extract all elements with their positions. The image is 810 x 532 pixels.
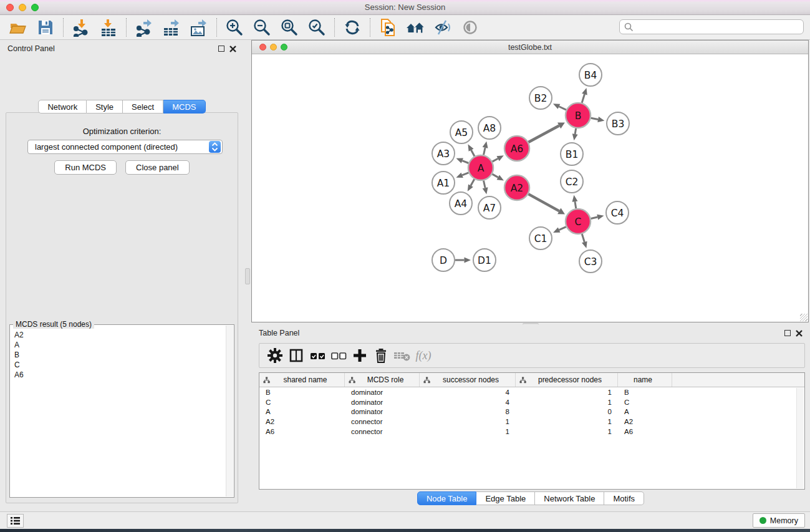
table-row[interactable]: A2connector11A2 — [259, 417, 804, 427]
table-row[interactable]: Bdominator41B — [259, 387, 804, 397]
memory-label: Memory — [770, 516, 798, 525]
mcds-result-item[interactable]: A2 — [14, 330, 225, 340]
graph-edge[interactable] — [471, 179, 475, 185]
open-session-button[interactable] — [7, 17, 29, 37]
close-panel-button[interactable]: Close panel — [125, 160, 190, 175]
show-floating-panels-button[interactable] — [460, 17, 481, 37]
show-task-history-button[interactable] — [7, 514, 24, 528]
graph-edge[interactable] — [582, 234, 584, 242]
trash-icon — [373, 347, 389, 364]
column-header-successor-nodes[interactable]: successor nodes — [420, 373, 516, 387]
run-mcds-button[interactable]: Run MCDS — [54, 160, 117, 175]
graph-edge[interactable] — [462, 173, 468, 175]
network-snapshot-button[interactable] — [377, 17, 398, 37]
import-table-button[interactable] — [98, 17, 119, 37]
table-cell: dominator — [345, 389, 420, 396]
graph-edge[interactable] — [528, 194, 559, 211]
graph-edge[interactable] — [471, 150, 475, 157]
tab-select[interactable]: Select — [123, 100, 163, 114]
table-row[interactable]: Cdominator41C — [259, 397, 804, 407]
mcds-result-item[interactable]: A6 — [14, 370, 225, 380]
memory-status-icon — [759, 517, 766, 524]
graph-edge[interactable] — [462, 161, 468, 163]
tab-mcds[interactable]: MCDS — [163, 100, 205, 114]
network-window-titlebar[interactable]: testGlobe.txt — [252, 41, 808, 54]
home-button[interactable] — [405, 17, 426, 37]
export-table-button[interactable] — [161, 17, 182, 37]
graph-edge[interactable] — [591, 118, 599, 119]
delete-table-button[interactable] — [392, 346, 413, 365]
graph-node-label: A4 — [455, 198, 467, 210]
tab-network[interactable]: Network — [38, 100, 87, 114]
zoom-out-button[interactable] — [251, 17, 272, 37]
session-title: Session: New Session — [0, 2, 810, 12]
memory-button[interactable]: Memory — [753, 513, 805, 528]
import-network-button[interactable] — [70, 17, 92, 37]
graph-edge[interactable] — [492, 174, 498, 177]
graph-edge[interactable] — [528, 125, 559, 142]
export-network-button[interactable] — [133, 17, 155, 37]
column-header-predecessor-nodes[interactable]: predecessor nodes — [516, 373, 618, 387]
tab-node-table[interactable]: Node Table — [417, 491, 477, 505]
graph-edge[interactable] — [559, 227, 566, 230]
graph-edge[interactable] — [575, 128, 576, 134]
graph-edge[interactable] — [582, 94, 584, 103]
column-header-name[interactable]: name — [618, 373, 672, 387]
window-resize-grip[interactable] — [800, 314, 808, 321]
zoom-selected-button[interactable] — [306, 17, 327, 37]
graph-edge[interactable] — [575, 201, 576, 208]
table-mode-button[interactable] — [264, 346, 286, 365]
mcds-result-item[interactable]: A — [14, 340, 225, 350]
create-column-button[interactable] — [349, 346, 370, 365]
graph-edge[interactable] — [591, 217, 597, 218]
graph-edge[interactable] — [493, 158, 498, 162]
select-all-columns-button[interactable] — [307, 346, 328, 365]
table-cell: connector — [345, 418, 420, 425]
minimize-view-button[interactable] — [270, 44, 277, 51]
search-field[interactable] — [619, 19, 804, 34]
zoom-fit-button[interactable] — [279, 17, 300, 37]
hide-floating-panels-button[interactable] — [432, 17, 453, 37]
search-input[interactable] — [637, 22, 803, 31]
zoom-in-button[interactable] — [224, 17, 245, 37]
close-table-panel-icon[interactable] — [796, 330, 803, 337]
table-scrollbar[interactable] — [796, 388, 804, 488]
maximize-view-button[interactable] — [281, 44, 287, 51]
splitter-grip[interactable] — [245, 268, 250, 284]
tab-style[interactable]: Style — [87, 100, 123, 114]
float-panel-icon[interactable] — [218, 46, 224, 52]
graph-node-label: A5 — [455, 127, 468, 138]
graph-node-label: B2 — [534, 93, 547, 104]
optimization-criterion-label: Optimization criterion: — [6, 127, 238, 136]
float-table-panel-icon[interactable] — [784, 330, 791, 336]
optimization-criterion-select[interactable]: largest connected component (directed) — [27, 140, 223, 154]
mcds-result-item[interactable]: C — [14, 360, 225, 370]
search-icon — [624, 22, 634, 32]
network-canvas[interactable]: B4B2BB3A5A8A6A3AB1A1A2C2A4A7C4CC1DD1C3 — [252, 54, 808, 322]
export-image-button[interactable] — [188, 17, 210, 37]
unselect-all-columns-button[interactable] — [328, 346, 349, 365]
graph-edge[interactable] — [483, 148, 485, 155]
result-list-scrollbar[interactable] — [226, 326, 233, 496]
graph-edge[interactable] — [483, 181, 485, 188]
table-row[interactable]: A6connector11A6 — [259, 427, 804, 437]
network-graph: B4B2BB3A5A8A6A3AB1A1A2C2A4A7C4CC1DD1C3 — [252, 54, 808, 322]
tab-edge-table[interactable]: Edge Table — [476, 491, 535, 505]
table-row[interactable]: Adominator80A — [259, 407, 804, 417]
panel-splitter[interactable] — [244, 40, 251, 511]
mcds-result-item[interactable]: B — [14, 350, 225, 360]
save-session-button[interactable] — [35, 17, 56, 37]
column-header-MCDS-role[interactable]: MCDS role — [345, 373, 420, 387]
column-header-shared-name[interactable]: shared name — [259, 373, 345, 387]
network-window-controls — [259, 44, 287, 51]
apply-layout-button[interactable] — [342, 17, 363, 37]
delete-columns-button[interactable] — [370, 346, 392, 365]
table-cell: A2 — [618, 418, 672, 425]
function-builder-button[interactable]: f(x) — [413, 346, 434, 365]
close-view-button[interactable] — [259, 44, 266, 51]
close-panel-icon[interactable] — [229, 46, 236, 52]
tab-motifs[interactable]: Motifs — [604, 491, 644, 505]
show-column-button[interactable] — [286, 346, 307, 365]
tab-network-table[interactable]: Network Table — [535, 491, 604, 505]
graph-edge[interactable] — [559, 107, 566, 110]
